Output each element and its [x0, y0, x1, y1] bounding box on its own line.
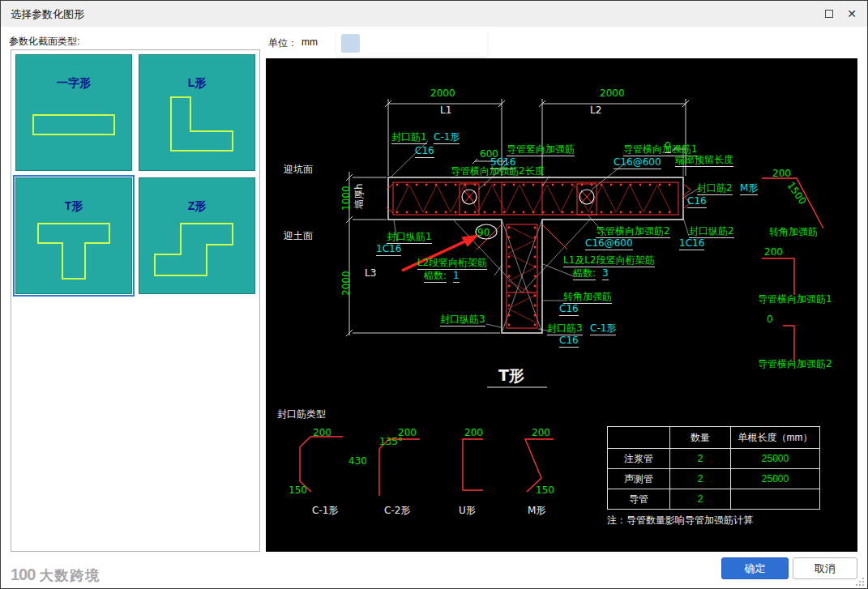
cad-annotation: U形	[459, 505, 476, 516]
cad-annotation: 0	[767, 314, 773, 325]
unit-label: 单位：	[268, 36, 297, 50]
table-row: 注浆管225000	[608, 449, 820, 469]
table-note: 注：导管数量影响导管加强筋计算	[607, 514, 753, 527]
faded-toast-overlay	[336, 30, 487, 57]
unit-value: mm	[301, 36, 318, 48]
cad-annotation: C16	[559, 335, 579, 348]
section-type-panel: 一字形L形T形Z形	[11, 49, 260, 552]
pipe-quantity-table: 数量单根长度（mm）注浆管225000声测管225000导管2	[607, 426, 820, 510]
cad-canvas: 2000L12000L2迎坑面迎土面1000墙厚h2000L3封口筋1C-1形C…	[266, 58, 857, 552]
section-tile-grid: 一字形L形T形Z形	[15, 54, 255, 294]
cad-annotation: 200	[313, 427, 331, 438]
table-header: 单根长度（mm）	[731, 427, 820, 449]
cad-annotation: 转角加强筋	[563, 291, 612, 304]
cad-annotation: C-1形	[590, 322, 616, 335]
cad-annotation: 200	[532, 427, 550, 438]
table-cell: 25000	[731, 469, 820, 489]
cad-annotation: 封口纵筋1	[387, 231, 432, 244]
cad-annotation: M形	[740, 182, 758, 195]
cad-annotation: C16@600	[585, 237, 633, 250]
cad-annotation: M形	[528, 505, 545, 516]
resize-grip[interactable]	[856, 578, 865, 587]
cad-annotation: 导管竖向加强筋	[507, 143, 575, 156]
close-button[interactable]: ✕	[840, 1, 863, 27]
table-cell: 导管	[608, 489, 670, 510]
cancel-button[interactable]: 取消	[793, 557, 857, 579]
section-tile-yi-zi-xing[interactable]: 一字形	[15, 54, 132, 171]
cad-annotation: L2段竖向桁架筋	[417, 257, 487, 270]
ok-button[interactable]: 确定	[721, 557, 789, 579]
watermark-text: 大数跨境	[39, 566, 100, 585]
cad-annotation: 150	[536, 484, 554, 496]
title-bar[interactable]: 选择参数化图形 ✕	[1, 1, 867, 27]
cad-annotation: 榀数:	[424, 270, 447, 283]
watermark-logo: 100	[11, 566, 35, 584]
cad-annotation: 导管横向加强筋2长度	[451, 165, 545, 178]
table-row: 声测管225000	[608, 469, 820, 489]
cad-annotation: 封口筋3	[547, 322, 583, 335]
cad-annotation: 1C16	[679, 237, 704, 250]
tile-label: Z形	[139, 199, 254, 214]
section-tile-z-xing[interactable]: Z形	[139, 177, 255, 294]
cad-annotation: C16	[687, 195, 707, 208]
cad-annotation: 迎坑面	[284, 164, 313, 175]
cad-annotation: 迎土面	[284, 230, 313, 241]
tile-shape-icon	[25, 214, 122, 285]
cad-annotation: 200	[772, 168, 791, 179]
cad-annotation: T形	[498, 366, 524, 384]
cad-annotation: 1000	[340, 186, 352, 211]
cad-annotation: L2	[590, 105, 601, 116]
table-cell: 注浆管	[608, 449, 670, 469]
tile-label: T形	[16, 199, 131, 214]
cad-annotation: 封口筋1	[391, 131, 427, 144]
cad-annotation: 1C16	[376, 243, 401, 256]
cad-annotation: 3	[602, 267, 609, 280]
window-title: 选择参数化图形	[11, 7, 84, 22]
cad-annotation: 转角加强筋	[769, 226, 818, 237]
cad-annotation: L3	[365, 267, 376, 279]
table-row: 导管2	[608, 489, 820, 510]
tile-shape-icon	[25, 91, 122, 162]
cad-annotation: 封口纵筋2	[689, 225, 734, 238]
table-header: 数量	[670, 427, 731, 449]
table-cell	[731, 489, 820, 510]
dialog-window: 选择参数化图形 ✕ 参数化截面类型: 一字形L形T形Z形 单位： mm	[0, 0, 868, 589]
tile-label: L形	[139, 76, 254, 91]
tile-shape-icon	[148, 91, 246, 162]
watermark: 100 大数跨境	[11, 566, 100, 585]
cad-annotation: L1	[440, 105, 451, 116]
table-cell: 2	[670, 489, 731, 510]
cad-annotation: 封口纵筋3	[440, 314, 485, 327]
cad-annotation: 1	[453, 270, 460, 283]
cad-annotation: 端部预留长度	[675, 154, 733, 167]
tile-label: 一字形	[16, 76, 131, 91]
cad-annotation: 封口筋2	[697, 182, 733, 195]
cad-annotation: 0	[665, 140, 671, 153]
cad-annotation: L1及L2段竖向桁架筋	[563, 254, 655, 267]
cad-annotation: 135°	[379, 436, 403, 447]
cad-annotation: 200	[764, 246, 783, 258]
maximize-icon	[825, 10, 833, 18]
cad-annotation: 90	[477, 227, 490, 238]
cad-annotation: C16	[559, 303, 579, 316]
table-cell: 2	[670, 469, 731, 489]
cad-annotation: 430	[348, 455, 367, 467]
cad-annotation: 2000	[340, 271, 352, 296]
cad-annotation: C-1形	[312, 505, 338, 516]
cad-annotation: 2000	[600, 87, 625, 99]
cad-annotation: 导管横向加强筋2	[758, 358, 832, 369]
cad-annotation: 榀数:	[573, 267, 596, 280]
maximize-button[interactable]	[818, 1, 840, 27]
toast-icon	[341, 34, 360, 53]
table-header	[608, 427, 670, 449]
section-tile-l-xing[interactable]: L形	[139, 54, 255, 171]
cad-annotation: 150	[289, 484, 307, 496]
table-cell: 2	[670, 449, 731, 469]
table-cell: 声测管	[608, 469, 670, 489]
cad-annotation: C-1形	[434, 131, 460, 144]
cad-annotation: C-2形	[384, 505, 410, 516]
cad-annotation: C16@600	[614, 156, 661, 169]
cad-annotation: 2000	[430, 87, 455, 99]
section-tile-t-xing[interactable]: T形	[15, 177, 132, 294]
cad-annotation: 封口筋类型	[277, 408, 326, 420]
